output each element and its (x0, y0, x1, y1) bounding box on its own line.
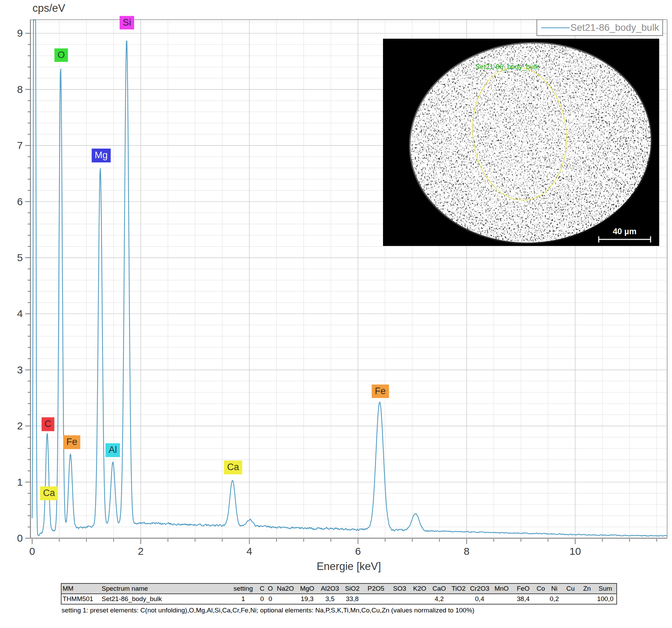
col-header-sio2: SiO2 (342, 583, 363, 594)
svg-text:4: 4 (246, 545, 252, 557)
col-header-feo: FeO (512, 583, 534, 594)
table-header-row: MMSpectrum namesettingCONa2OMgOAl2O3SiO2… (61, 583, 617, 594)
cell-feo: 38,4 (512, 594, 534, 604)
sem-micrograph: Set21-86_body_bulk 40 µm (383, 39, 659, 246)
svg-text:7: 7 (17, 140, 23, 151)
cell-sum: 100,0 (594, 594, 617, 604)
cell-o: 0 (266, 594, 274, 604)
svg-text:2: 2 (17, 420, 23, 431)
cell-spectrum-name: Set21-86_body_bulk (101, 594, 228, 604)
element-label-o-2: O (55, 48, 68, 62)
col-header-tio2: TiO2 (449, 583, 468, 594)
quantification-table-wrap: MMSpectrum namesettingCONa2OMgOAl2O3SiO2… (61, 583, 617, 605)
col-header-co: Co (534, 583, 547, 594)
element-label-ca-1: Ca (40, 486, 58, 500)
col-header-al2o3: Al2O3 (318, 583, 342, 594)
cell-cr2o3: 0,4 (468, 594, 491, 604)
settings-footnote: setting 1: preset elements: C(not unfold… (62, 607, 474, 614)
svg-text:8: 8 (464, 545, 469, 557)
col-header-k2o: K2O (410, 583, 429, 594)
element-label-ca-7: Ca (224, 461, 242, 475)
col-header-so3: SO3 (389, 583, 410, 594)
col-header-zn: Zn (580, 583, 594, 594)
col-header-cr2o3: Cr2O3 (468, 583, 491, 594)
inset-region-label: Set21-86_body_bulk (475, 63, 539, 71)
svg-text:6: 6 (355, 545, 361, 557)
element-label-si-6: Si (120, 16, 134, 30)
cell-tio2 (449, 594, 468, 604)
col-header-setting: setting (228, 583, 258, 594)
cell-cao: 4,2 (429, 594, 449, 604)
col-header-cao: CaO (429, 583, 449, 594)
col-header-na2o: Na2O (274, 583, 296, 594)
cell-na2o (274, 594, 296, 604)
element-label-mg-4: Mg (92, 149, 111, 163)
legend-line-swatch (541, 27, 570, 28)
col-header-sum: Sum (594, 583, 617, 594)
sem-inset-image[interactable]: Set21-86_body_bulk 40 µm (383, 39, 659, 246)
col-header-spectrum-name: Spectrum name (101, 583, 228, 594)
element-label-c-0: C (41, 417, 55, 431)
svg-text:3: 3 (17, 364, 23, 375)
svg-text:6: 6 (17, 196, 23, 207)
col-header-c: C (258, 583, 266, 594)
scale-bar-label: 40 µm (613, 227, 637, 236)
x-axis-title: Energie [keV] (317, 560, 381, 573)
col-header-mno: MnO (491, 583, 512, 594)
element-label-fe-8: Fe (372, 384, 389, 398)
cell-c: 0 (258, 594, 266, 604)
svg-text:9: 9 (17, 27, 23, 39)
spectrum-chart[interactable]: 01234567890246810 cps/eV Energie [keV] C… (0, 0, 672, 573)
cell-co (534, 594, 547, 604)
cell-mno (491, 594, 512, 604)
element-label-al-5: Al (105, 443, 120, 457)
col-header-mm: MM (61, 583, 101, 594)
cell-so3 (389, 594, 410, 604)
y-axis-title: cps/eV (32, 2, 65, 15)
col-header-cu: Cu (561, 583, 580, 594)
col-header-ni: Ni (547, 583, 561, 594)
cell-ni: 0,2 (547, 594, 561, 604)
cell-p2o5 (363, 594, 389, 604)
col-header-p2o5: P2O5 (363, 583, 389, 594)
cell-setting: 1 (228, 594, 258, 604)
cell-zn (580, 594, 594, 604)
legend-series-label: Set21-86_body_bulk (570, 22, 659, 33)
svg-text:0: 0 (29, 545, 35, 557)
legend[interactable]: Set21-86_body_bulk (536, 19, 663, 36)
svg-text:1: 1 (17, 476, 23, 488)
element-label-fe-3: Fe (63, 435, 81, 449)
svg-text:2: 2 (138, 545, 144, 557)
cell-sio2: 33,8 (342, 594, 363, 604)
eds-spectrum-report: { "chart": { "y_axis_title": "cps/eV" },… (0, 0, 672, 628)
svg-text:8: 8 (17, 84, 23, 95)
quantification-table: MMSpectrum namesettingCONa2OMgOAl2O3SiO2… (61, 583, 617, 605)
svg-text:10: 10 (569, 545, 581, 557)
cell-k2o (410, 594, 429, 604)
table-row[interactable]: THMM501Set21-86_body_bulk10019,33,533,84… (61, 594, 617, 604)
cell-mgo: 19,3 (296, 594, 318, 604)
cell-cu (561, 594, 580, 604)
svg-text:0: 0 (17, 532, 23, 544)
col-header-o: O (266, 583, 274, 594)
cell-mm: THMM501 (61, 594, 101, 604)
cell-al2o3: 3,5 (318, 594, 342, 604)
col-header-mgo: MgO (296, 583, 318, 594)
svg-text:5: 5 (17, 252, 23, 263)
svg-text:4: 4 (17, 308, 23, 319)
